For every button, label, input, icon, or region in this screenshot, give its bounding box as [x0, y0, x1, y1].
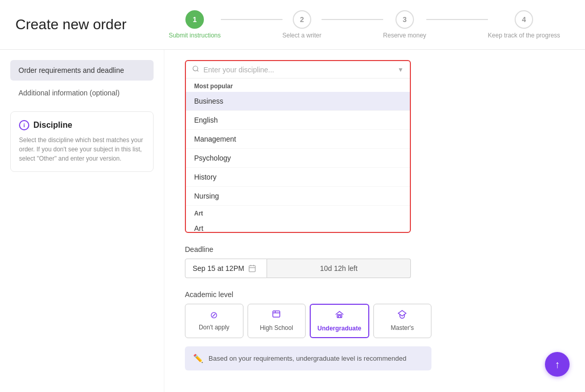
- level-label-dont-apply: Don't apply: [199, 324, 230, 331]
- discipline-search-input[interactable]: [203, 66, 393, 74]
- sidebar-item-order-requirements[interactable]: Order requirements and deadline: [10, 60, 154, 81]
- discipline-desc: Select the discipline which best matches…: [19, 135, 145, 163]
- level-btn-high-school[interactable]: High School: [248, 304, 306, 338]
- deadline-date-value: Sep 15 at 12PM: [193, 264, 244, 272]
- discipline-title: Discipline: [33, 121, 72, 130]
- recommendation-text: Based on your requirements, undergraduat…: [209, 355, 406, 362]
- step-1: 1 Submit instructions: [168, 10, 220, 39]
- academic-level-row: ⊘ Don't apply High School Undergraduate: [185, 304, 431, 338]
- high-school-icon: [272, 309, 281, 321]
- connector-1-2: [221, 19, 282, 20]
- scroll-up-icon: ↑: [555, 359, 560, 370]
- level-btn-dont-apply[interactable]: ⊘ Don't apply: [185, 304, 243, 338]
- dropdown-option-business[interactable]: Business: [186, 92, 410, 111]
- step-label-4: Keep track of the progress: [488, 32, 560, 39]
- dropdown-option-art[interactable]: Art: [186, 219, 410, 232]
- discipline-card-header: i Discipline: [19, 120, 145, 130]
- undergraduate-icon: [335, 310, 344, 322]
- deadline-remaining: 10d 12h left: [267, 259, 411, 278]
- page-title: Create new order: [15, 16, 159, 33]
- deadline-label: Deadline: [185, 245, 564, 253]
- header: Create new order 1 Submit instructions 2…: [0, 0, 585, 50]
- recommendation-icon: ✏️: [193, 354, 203, 363]
- step-circle-4: 4: [515, 10, 533, 29]
- step-label-1: Submit instructions: [168, 32, 220, 39]
- group-label-most-popular: Most popular: [186, 79, 410, 92]
- deadline-date-input[interactable]: Sep 15 at 12PM: [185, 259, 267, 278]
- level-label-masters: Master's: [391, 324, 414, 331]
- group-label-art: Art: [186, 206, 410, 219]
- stepper: 1 Submit instructions 2 Select a writer …: [159, 10, 570, 39]
- step-2: 2 Select a writer: [282, 10, 322, 39]
- dropdown-option-english[interactable]: English: [186, 111, 410, 130]
- level-btn-masters[interactable]: Master's: [373, 304, 432, 338]
- deadline-row: Sep 15 at 12PM 10d 12h left: [185, 259, 411, 278]
- svg-rect-6: [273, 311, 280, 317]
- step-circle-1: 1: [185, 10, 204, 29]
- search-icon: [192, 65, 199, 74]
- main-layout: Order requirements and deadline Addition…: [0, 50, 585, 392]
- sidebar: Order requirements and deadline Addition…: [0, 50, 164, 392]
- dropdown-option-nursing[interactable]: Nursing: [186, 187, 410, 206]
- dont-apply-icon: ⊘: [210, 309, 218, 321]
- info-icon: i: [19, 120, 29, 130]
- connector-3-4: [426, 19, 488, 20]
- recommendation-banner: ✏️ Based on your requirements, undergrad…: [185, 346, 431, 370]
- svg-rect-2: [249, 266, 255, 272]
- level-btn-undergraduate[interactable]: Undergraduate: [310, 304, 369, 338]
- dropdown-search-row: ▼: [186, 61, 410, 78]
- masters-icon: [398, 309, 407, 321]
- level-label-undergraduate: Undergraduate: [317, 325, 361, 332]
- step-circle-3: 3: [395, 10, 414, 29]
- discipline-dropdown[interactable]: ▼ Most popular Business English Manageme…: [185, 60, 411, 233]
- dropdown-option-history[interactable]: History: [186, 168, 410, 187]
- level-label-high-school: High School: [260, 324, 293, 331]
- step-circle-2: 2: [293, 10, 311, 29]
- academic-level-label: Academic level: [185, 290, 564, 299]
- step-4: 4 Keep track of the progress: [488, 10, 560, 39]
- svg-line-1: [197, 70, 199, 72]
- step-label-3: Reserve money: [383, 32, 426, 39]
- scroll-to-top-button[interactable]: ↑: [545, 352, 570, 377]
- dropdown-option-psychology[interactable]: Psychology: [186, 149, 410, 168]
- dropdown-option-management[interactable]: Management: [186, 130, 410, 149]
- step-3: 3 Reserve money: [383, 10, 426, 39]
- step-label-2: Select a writer: [282, 32, 322, 39]
- connector-2-3: [322, 19, 383, 20]
- discipline-card: i Discipline Select the discipline which…: [10, 111, 154, 172]
- svg-point-0: [193, 66, 198, 71]
- sidebar-item-additional-info[interactable]: Additional information (optional): [10, 83, 154, 103]
- content-area: ▼ Most popular Business English Manageme…: [164, 50, 585, 392]
- dropdown-list: Most popular Business English Management…: [186, 78, 410, 232]
- calendar-icon: [248, 264, 256, 272]
- chevron-down-icon: ▼: [398, 66, 404, 73]
